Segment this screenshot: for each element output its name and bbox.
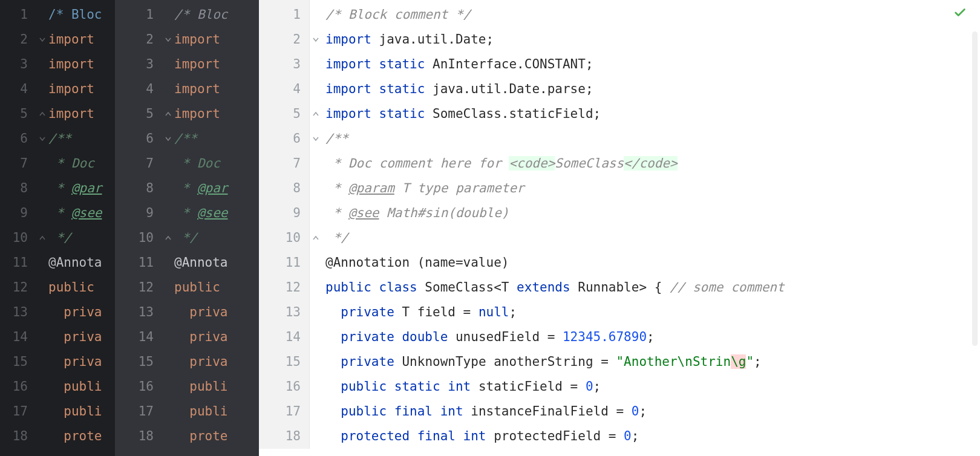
fold-marker[interactable] xyxy=(162,226,174,250)
code-line[interactable]: /* Block comment */ xyxy=(325,2,785,27)
code-line[interactable]: */ xyxy=(48,226,102,250)
code-line[interactable]: public xyxy=(174,275,228,300)
line-number: 9 xyxy=(115,201,162,226)
code-line[interactable]: /* Bloc xyxy=(174,2,228,27)
code-line[interactable]: /** xyxy=(48,126,102,151)
code-line[interactable]: priva xyxy=(48,350,102,374)
code-line[interactable]: import xyxy=(174,102,228,126)
code-line[interactable]: import static java.util.Date.parse; xyxy=(325,77,785,102)
code-line[interactable]: @Annota xyxy=(174,250,228,275)
code-line[interactable]: * @par xyxy=(48,176,102,201)
code-line[interactable]: public final int instanceFinalField = 0; xyxy=(325,399,785,424)
code-line[interactable]: import xyxy=(48,77,102,102)
code-line[interactable]: priva xyxy=(174,350,228,374)
code-line[interactable]: import java.util.Date; xyxy=(325,27,785,52)
code-line[interactable]: import xyxy=(174,52,228,77)
code-line[interactable]: * Doc comment here for <code>SomeClass</… xyxy=(325,151,785,176)
code-line[interactable]: @Annota xyxy=(48,250,102,275)
code-line[interactable]: * @param T type parameter xyxy=(325,176,785,201)
fold-marker[interactable] xyxy=(36,27,48,52)
code-area[interactable]: /* Blocimportimportimportimport/** * Doc… xyxy=(48,0,102,449)
fold-marker[interactable] xyxy=(310,102,322,126)
code-line[interactable]: /** xyxy=(325,126,785,151)
fold-marker xyxy=(36,52,48,77)
fold-marker xyxy=(162,77,174,102)
fold-marker[interactable] xyxy=(310,226,322,250)
code-line[interactable]: prote xyxy=(174,424,228,449)
code-line[interactable]: private UnknownType anotherString = "Ano… xyxy=(325,350,785,374)
code-token: @see xyxy=(348,206,379,220)
code-line[interactable]: priva xyxy=(48,325,102,350)
code-token: null xyxy=(479,305,509,319)
editor-pane-light[interactable]: 123456789101112131415161718 /* Block com… xyxy=(259,0,980,456)
fold-marker[interactable] xyxy=(36,102,48,126)
scrollbar-vertical[interactable] xyxy=(972,31,978,346)
line-number: 3 xyxy=(0,52,36,77)
line-number: 9 xyxy=(259,201,309,226)
code-line[interactable]: * @see xyxy=(174,201,228,226)
code-line[interactable]: * @see Math#sin(double) xyxy=(325,201,785,226)
code-token xyxy=(174,379,189,394)
code-line[interactable]: import xyxy=(48,27,102,52)
fold-marker[interactable] xyxy=(36,126,48,151)
code-line[interactable]: import xyxy=(48,102,102,126)
code-line[interactable]: * @see xyxy=(48,201,102,226)
code-line[interactable]: public xyxy=(48,275,102,300)
fold-marker[interactable] xyxy=(36,226,48,250)
code-token: ; xyxy=(509,305,517,319)
code-token: 0 xyxy=(624,429,632,443)
code-line[interactable]: publi xyxy=(48,399,102,424)
fold-marker[interactable] xyxy=(310,27,322,52)
code-line[interactable]: publi xyxy=(174,374,228,399)
code-line[interactable]: import static SomeClass.staticField; xyxy=(325,102,785,126)
code-area[interactable]: /* Blocimportimportimportimport/** * Doc… xyxy=(174,0,228,449)
code-line[interactable]: priva xyxy=(174,325,228,350)
line-number: 6 xyxy=(115,126,162,151)
code-line[interactable]: /* Bloc xyxy=(48,2,102,27)
code-line[interactable]: public static int staticField = 0; xyxy=(325,374,785,399)
code-line[interactable]: import static AnInterface.CONSTANT; xyxy=(325,52,785,77)
code-token: @Annota xyxy=(174,255,228,270)
fold-marker[interactable] xyxy=(162,102,174,126)
code-line[interactable]: */ xyxy=(325,226,785,250)
fold-marker[interactable] xyxy=(310,126,322,151)
code-line[interactable]: private T field = null; xyxy=(325,300,785,325)
code-line[interactable]: priva xyxy=(48,300,102,325)
fold-marker xyxy=(162,424,174,449)
code-line[interactable]: publi xyxy=(48,374,102,399)
code-line[interactable]: @Annotation (name=value) xyxy=(325,250,785,275)
code-token: public xyxy=(48,280,94,295)
code-line[interactable]: /** xyxy=(174,126,228,151)
code-line[interactable]: priva xyxy=(174,300,228,325)
code-token: import xyxy=(174,82,220,96)
code-line[interactable]: publi xyxy=(174,399,228,424)
line-number: 13 xyxy=(259,300,309,325)
fold-marker[interactable] xyxy=(162,27,174,52)
code-line[interactable]: protected final int protectedField = 0; xyxy=(325,424,785,449)
code-token: priva xyxy=(189,330,227,344)
code-line[interactable]: import xyxy=(174,77,228,102)
code-area[interactable]: /* Block comment */import java.util.Date… xyxy=(322,0,785,449)
code-line[interactable]: import xyxy=(174,27,228,52)
editor-pane-dark-2[interactable]: 123456789101112131415161718 /* Blocimpor… xyxy=(115,0,259,456)
line-number: 3 xyxy=(115,52,162,77)
fold-marker xyxy=(162,2,174,27)
fold-marker xyxy=(162,176,174,201)
code-line[interactable]: prote xyxy=(48,424,102,449)
code-line[interactable]: private double unusedField = 12345.67890… xyxy=(325,325,785,350)
code-line[interactable]: * @par xyxy=(174,176,228,201)
code-line[interactable]: public class SomeClass<T extends Runnabl… xyxy=(325,275,785,300)
fold-marker xyxy=(310,201,322,226)
line-number: 11 xyxy=(259,250,309,275)
editor-pane-dark-1[interactable]: 123456789101112131415161718 /* Blocimpor… xyxy=(0,0,115,456)
fold-marker[interactable] xyxy=(162,126,174,151)
code-line[interactable]: import xyxy=(48,52,102,77)
fold-column xyxy=(36,0,48,449)
code-token: prote xyxy=(64,429,102,443)
code-line[interactable]: * Doc xyxy=(48,151,102,176)
code-line[interactable]: */ xyxy=(174,226,228,250)
fold-marker xyxy=(36,77,48,102)
fold-marker xyxy=(310,399,322,424)
code-token: @see xyxy=(197,206,228,220)
code-line[interactable]: * Doc xyxy=(174,151,228,176)
